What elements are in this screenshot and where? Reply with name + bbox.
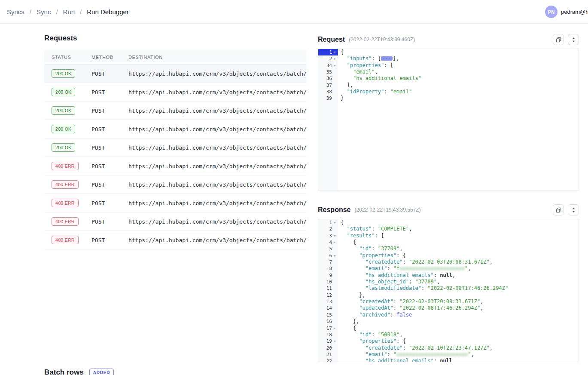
- code-punct: {: [341, 49, 344, 55]
- table-row[interactable]: 400 ERRPOSThttps://api.hubapi.com/crm/v3…: [44, 194, 306, 212]
- gutter-line-number[interactable]: 35: [318, 69, 338, 75]
- user-menu[interactable]: PN pedram@hig: [545, 6, 588, 18]
- gutter-line-number[interactable]: 11: [318, 285, 338, 292]
- gutter-line-number[interactable]: 38: [318, 89, 338, 95]
- gutter-line-number[interactable]: 21: [318, 351, 338, 358]
- breadcrumb-sync[interactable]: Sync: [37, 8, 51, 15]
- fold-open-icon[interactable]: ▾: [332, 233, 338, 239]
- gutter-line-number[interactable]: 3▾: [318, 233, 338, 239]
- code-punct: },: [341, 292, 366, 298]
- fold-open-icon[interactable]: ▾: [332, 239, 338, 246]
- user-email: pedram@hig: [561, 9, 588, 15]
- code-content: {: [338, 325, 579, 332]
- avatar[interactable]: PN: [545, 6, 558, 18]
- table-row[interactable]: 200 OKPOSThttps://api.hubapi.com/crm/v3/…: [44, 120, 306, 138]
- response-expand-button[interactable]: [568, 204, 579, 215]
- gutter-line-number[interactable]: 19▾: [318, 338, 338, 344]
- gutter-line-number[interactable]: 7: [318, 259, 338, 265]
- table-row[interactable]: 400 ERRPOSThttps://api.hubapi.com/crm/v3…: [44, 231, 306, 249]
- table-row[interactable]: 200 OKPOSThttps://api.hubapi.com/crm/v3/…: [44, 65, 306, 83]
- code-punct: ,: [468, 265, 471, 271]
- copy-icon: [556, 207, 561, 213]
- gutter-line-number[interactable]: 36: [318, 75, 338, 82]
- breadcrumb-syncs[interactable]: Syncs: [7, 8, 24, 15]
- code-content: "status": "COMPLETE",: [338, 226, 579, 232]
- gutter-line-number[interactable]: 1▾: [318, 219, 338, 226]
- table-row[interactable]: 400 ERRPOSThttps://api.hubapi.com/crm/v3…: [44, 212, 306, 231]
- breadcrumb-run[interactable]: Run: [63, 8, 75, 15]
- destination-cell: https://api.hubapi.com/crm/v3/objects/co…: [128, 163, 306, 169]
- fold-open-icon[interactable]: ▾: [332, 252, 338, 259]
- gutter-line-number[interactable]: 17▾: [318, 325, 338, 332]
- gutter-line-number[interactable]: 13: [318, 298, 338, 305]
- gutter-line-number[interactable]: 39: [318, 95, 338, 101]
- request-expand-button[interactable]: [568, 34, 579, 45]
- gutter-line-number[interactable]: 34▾: [318, 62, 338, 69]
- code-line: 39}: [318, 95, 579, 101]
- gutter-line-number[interactable]: 14: [318, 305, 338, 311]
- code-punct: [341, 272, 366, 278]
- code-content: "createdate": "2022-02-03T20:08:31.671Z"…: [338, 259, 579, 265]
- code-content: "updatedAt": "2022-02-08T17:46:26.294Z",: [338, 305, 579, 311]
- response-panel-title: Response: [318, 206, 350, 214]
- gutter-line-number[interactable]: 37: [318, 82, 338, 89]
- table-row[interactable]: 400 ERRPOSThttps://api.hubapi.com/crm/v3…: [44, 157, 306, 175]
- code-punct: ,: [399, 246, 402, 252]
- breadcrumb: Syncs / Sync / Run / Run Debugger: [0, 8, 129, 15]
- gutter-line-number[interactable]: 2: [318, 226, 338, 232]
- gutter-line-number[interactable]: 18: [318, 332, 338, 338]
- code-line: 17▾ {: [318, 325, 579, 332]
- code-line: 6▾ "properties": {: [318, 252, 579, 259]
- gutter-line-number[interactable]: 22: [318, 358, 338, 362]
- gutter-line-number[interactable]: 8: [318, 265, 338, 272]
- code-punct: ],: [393, 55, 399, 61]
- gutter-line-number[interactable]: 4▾: [318, 239, 338, 246]
- json-string: "2022-02-10T22:23:47.127Z": [409, 345, 490, 351]
- status-badge: 200 OK: [52, 88, 75, 96]
- gutter-line-number[interactable]: 5: [318, 246, 338, 252]
- code-punct: ,: [490, 345, 493, 351]
- gutter-line-number[interactable]: 6▾: [318, 252, 338, 259]
- gutter-line-number[interactable]: 20: [318, 345, 338, 351]
- fold-open-icon[interactable]: ▾: [332, 325, 338, 332]
- code-content: "properties": [: [338, 62, 579, 69]
- code-line: 2 "status": "COMPLETE",: [318, 226, 579, 232]
- code-punct: :: [372, 332, 378, 338]
- fold-open-icon[interactable]: ▾: [332, 62, 338, 69]
- code-line: 11 "lastmodifieddate": "2022-02-08T17:46…: [318, 285, 579, 292]
- destination-cell: https://api.hubapi.com/crm/v3/objects/co…: [128, 218, 306, 225]
- breadcrumb-separator: /: [30, 8, 31, 15]
- code-content: "hs_additional_emails": null,: [338, 272, 579, 279]
- status-badge: 200 OK: [52, 143, 75, 152]
- table-row[interactable]: 400 ERRPOSThttps://api.hubapi.com/crm/v3…: [44, 175, 306, 194]
- requests-title: Requests: [44, 34, 306, 43]
- table-row[interactable]: 200 OKPOSThttps://api.hubapi.com/crm/v3/…: [44, 138, 306, 157]
- json-string: ": [393, 351, 396, 357]
- json-key: "createdate": [366, 345, 403, 351]
- code-line: 20 "createdate": "2022-02-10T22:23:47.12…: [318, 345, 579, 351]
- code-line: 9 "hs_additional_emails": null,: [318, 272, 579, 279]
- code-punct: ,: [437, 279, 440, 285]
- gutter-line-number-selected[interactable]: 1▾: [318, 49, 338, 55]
- table-row[interactable]: 200 OKPOSThttps://api.hubapi.com/crm/v3/…: [44, 101, 306, 120]
- gutter-line-number[interactable]: 2▸: [318, 55, 338, 62]
- request-copy-button[interactable]: [553, 34, 564, 45]
- gutter-line-number[interactable]: 9: [318, 272, 338, 279]
- response-copy-button[interactable]: [553, 204, 564, 215]
- collapsed-content-pill[interactable]: ···: [381, 56, 393, 61]
- code-punct: [341, 69, 353, 75]
- fold-open-icon[interactable]: ▾: [332, 219, 338, 226]
- table-row[interactable]: 200 OKPOSThttps://api.hubapi.com/crm/v3/…: [44, 83, 306, 101]
- gutter-line-number[interactable]: 16: [318, 318, 338, 325]
- gutter-line-number[interactable]: 10: [318, 279, 338, 285]
- fold-open-icon[interactable]: ▾: [332, 338, 338, 344]
- json-string: "2022-02-08T17:46:26.294Z": [427, 285, 508, 291]
- code-line: 18 "id": "50018",: [318, 332, 579, 338]
- code-content: ],: [338, 82, 579, 89]
- gutter-line-number[interactable]: 15: [318, 312, 338, 318]
- fold-open-icon[interactable]: ▾: [332, 49, 338, 55]
- gutter-line-number[interactable]: 12: [318, 292, 338, 298]
- code-punct: [341, 338, 359, 344]
- code-line: 7 "createdate": "2022-02-03T20:08:31.671…: [318, 259, 579, 265]
- fold-closed-icon[interactable]: ▸: [332, 55, 338, 62]
